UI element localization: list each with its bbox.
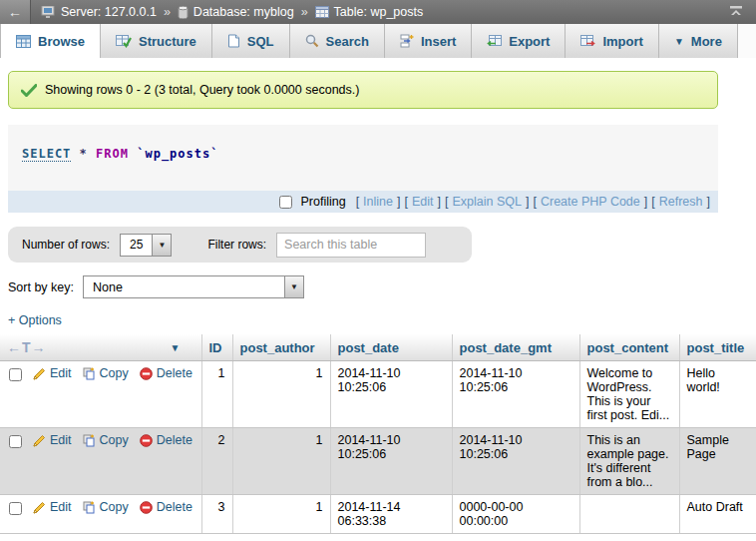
- tab-more[interactable]: ▼ More: [659, 24, 738, 58]
- bracket: [: [356, 195, 359, 209]
- column-header-post-title[interactable]: post_title: [679, 334, 756, 361]
- tab-label: Browse: [38, 34, 85, 49]
- breadcrumb-table[interactable]: Table: wp_posts: [334, 5, 424, 19]
- cell-post-date: 2014-11-10 10:25:06: [330, 361, 452, 428]
- table-icon: [315, 6, 329, 18]
- cell-id: 3: [201, 495, 232, 534]
- chevron-down-icon: ▼: [674, 36, 684, 47]
- sql-query-box: SELECT * FROM `wp_posts` Profiling [ Inl…: [8, 125, 718, 213]
- column-header-post-content[interactable]: post_content: [579, 334, 679, 361]
- tab-import[interactable]: Import: [566, 24, 658, 58]
- explain-sql-link[interactable]: Explain SQL: [452, 195, 521, 209]
- success-check-icon: [21, 84, 37, 97]
- row-checkbox[interactable]: [9, 435, 22, 448]
- bracket: [: [404, 195, 407, 209]
- copy-row-link[interactable]: Copy: [83, 366, 129, 380]
- bracket: ]: [644, 195, 647, 209]
- cell-post-author: 1: [232, 495, 330, 534]
- cell-post-author: 1: [232, 361, 330, 428]
- back-arrow-icon: ←: [8, 4, 22, 20]
- pencil-icon: [33, 501, 46, 514]
- column-move-icons[interactable]: ←T→: [7, 339, 47, 355]
- row-checkbox[interactable]: [9, 502, 22, 515]
- delete-row-link[interactable]: Delete: [140, 366, 192, 380]
- delete-label: Delete: [157, 433, 192, 447]
- copy-label: Copy: [100, 500, 129, 514]
- breadcrumb-server[interactable]: Server: 127.0.0.1: [61, 5, 157, 19]
- tab-label: Structure: [139, 34, 196, 49]
- column-header-post-date-gmt[interactable]: post_date_gmt: [452, 334, 579, 361]
- column-header-post-author[interactable]: post_author: [232, 334, 330, 361]
- tab-label: SQL: [247, 34, 274, 49]
- tab-label: Export: [509, 34, 550, 49]
- number-of-rows-label: Number of rows:: [22, 238, 110, 252]
- delete-row-link[interactable]: Delete: [140, 433, 192, 447]
- edit-label: Edit: [50, 366, 72, 380]
- results-table: ←T→ ▼ ID post_author post_date post_date…: [0, 334, 756, 534]
- copy-row-link[interactable]: Copy: [83, 500, 129, 514]
- tab-label: More: [691, 34, 722, 49]
- breadcrumb-bar: ← Server: 127.0.0.1 » Database: myblog »…: [0, 0, 756, 24]
- back-button[interactable]: ←: [0, 0, 31, 24]
- copy-row-link[interactable]: Copy: [83, 433, 129, 447]
- edit-sql-link[interactable]: Edit: [412, 195, 434, 209]
- tab-label: Insert: [421, 34, 456, 49]
- tab-label: Import: [602, 34, 642, 49]
- sort-row: Sort by key: None ▼: [8, 275, 756, 298]
- tab-sql[interactable]: SQL: [212, 24, 290, 58]
- tab-export[interactable]: Export: [472, 24, 566, 58]
- number-of-rows-select[interactable]: 25 ▼: [120, 234, 172, 257]
- import-icon: [580, 35, 595, 48]
- sql-keyword-select[interactable]: SELECT: [22, 147, 71, 162]
- sql-icon: [227, 34, 240, 48]
- sql-star: *: [80, 147, 88, 161]
- sort-by-key-select[interactable]: None ▼: [83, 275, 304, 298]
- number-of-rows-value: 25: [121, 235, 152, 256]
- copy-icon: [83, 434, 96, 447]
- inline-link[interactable]: Inline: [363, 195, 393, 209]
- column-header-id[interactable]: ID: [201, 334, 232, 361]
- edit-row-link[interactable]: Edit: [33, 433, 72, 447]
- filter-rows-input[interactable]: [276, 233, 426, 258]
- refresh-link[interactable]: Refresh: [659, 195, 703, 209]
- search-icon: [305, 34, 319, 48]
- options-toggle[interactable]: + Options: [8, 313, 62, 327]
- copy-icon: [83, 367, 96, 380]
- profiling-label: Profiling: [300, 195, 345, 209]
- sort-by-key-label: Sort by key:: [8, 280, 74, 294]
- column-header-post-date[interactable]: post_date: [330, 334, 452, 361]
- pencil-icon: [33, 367, 46, 380]
- cell-post-author: 1: [232, 428, 330, 495]
- cell-post-date-gmt: 0000-00-00 00:00:00: [452, 495, 579, 534]
- row-options-caret-icon[interactable]: ▼: [171, 342, 181, 353]
- cell-post-content: [579, 495, 679, 534]
- edit-label: Edit: [50, 500, 72, 514]
- bracket: [: [533, 195, 536, 209]
- delete-row-link[interactable]: Delete: [140, 500, 192, 514]
- query-options-bar: Profiling [ Inline ] [ Edit ] [ Explain …: [8, 191, 718, 213]
- bracket: ]: [526, 195, 529, 209]
- collapse-navigation-icon[interactable]: [728, 4, 744, 18]
- tab-search[interactable]: Search: [290, 24, 385, 58]
- breadcrumb-database[interactable]: Database: myblog: [193, 5, 294, 19]
- pencil-icon: [33, 434, 46, 447]
- profiling-checkbox[interactable]: [279, 196, 292, 209]
- tab-browse[interactable]: Browse: [0, 24, 101, 58]
- breadcrumb-separator: »: [164, 5, 171, 19]
- breadcrumb: Server: 127.0.0.1 » Database: myblog » T…: [41, 5, 423, 19]
- edit-row-link[interactable]: Edit: [33, 366, 72, 380]
- delete-label: Delete: [157, 500, 192, 514]
- tab-structure[interactable]: Structure: [101, 24, 212, 58]
- edit-label: Edit: [50, 433, 72, 447]
- server-icon: [41, 6, 56, 19]
- tab-insert[interactable]: Insert: [385, 24, 472, 58]
- cell-post-date-gmt: 2014-11-10 10:25:06: [452, 361, 579, 428]
- insert-icon: [400, 34, 414, 48]
- create-php-code-link[interactable]: Create PHP Code: [541, 195, 640, 209]
- cell-post-date-gmt: 2014-11-10 10:25:06: [452, 428, 579, 495]
- cell-post-title: Auto Draft: [679, 495, 756, 534]
- cell-post-date: 2014-11-14 06:33:38: [330, 495, 452, 534]
- edit-row-link[interactable]: Edit: [33, 500, 72, 514]
- delete-icon: [140, 434, 153, 447]
- row-checkbox[interactable]: [9, 368, 22, 381]
